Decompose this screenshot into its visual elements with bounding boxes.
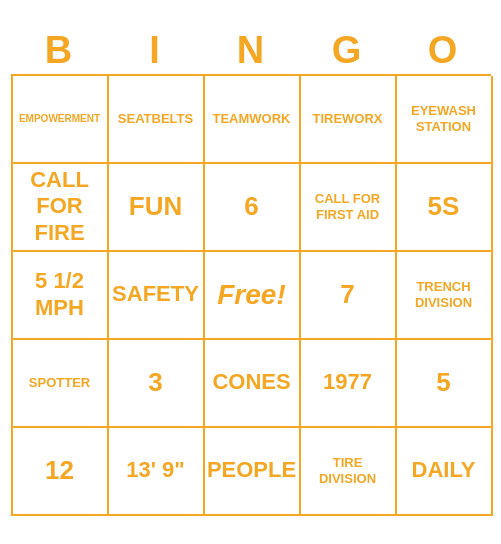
- bingo-cell-18: 1977: [301, 340, 397, 428]
- bingo-cell-8: CALL FOR FIRST AID: [301, 164, 397, 252]
- bingo-header: BINGO: [11, 29, 491, 72]
- bingo-cell-12: Free!: [205, 252, 301, 340]
- cell-text-0: EMPOWERMENT: [19, 113, 100, 125]
- bingo-cell-13: 7: [301, 252, 397, 340]
- bingo-cell-15: SPOTTER: [13, 340, 109, 428]
- cell-text-18: 1977: [323, 369, 372, 395]
- bingo-cell-14: TRENCH DIVISION: [397, 252, 493, 340]
- cell-text-2: TEAMWORK: [213, 111, 291, 127]
- bingo-cell-24: DAILY: [397, 428, 493, 516]
- bingo-letter-G: G: [303, 29, 391, 72]
- cell-text-16: 3: [148, 367, 162, 398]
- cell-text-6: FUN: [129, 191, 182, 222]
- bingo-cell-11: SAFETY: [109, 252, 205, 340]
- bingo-grid: EMPOWERMENTSEATBELTSTEAMWORKTIREWORXEYEW…: [11, 74, 491, 516]
- bingo-cell-9: 5S: [397, 164, 493, 252]
- bingo-cell-10: 5 1/2 MPH: [13, 252, 109, 340]
- cell-text-21: 13' 9": [126, 457, 184, 483]
- bingo-cell-6: FUN: [109, 164, 205, 252]
- cell-text-9: 5S: [428, 191, 460, 222]
- cell-text-11: SAFETY: [112, 281, 199, 307]
- bingo-cell-0: EMPOWERMENT: [13, 76, 109, 164]
- bingo-cell-5: CALL FOR FIRE: [13, 164, 109, 252]
- bingo-letter-B: B: [15, 29, 103, 72]
- cell-text-12: Free!: [217, 278, 285, 312]
- bingo-letter-O: O: [399, 29, 487, 72]
- cell-text-1: SEATBELTS: [118, 111, 193, 127]
- cell-text-4: EYEWASH STATION: [401, 103, 487, 134]
- cell-text-8: CALL FOR FIRST AID: [305, 191, 391, 222]
- bingo-cell-1: SEATBELTS: [109, 76, 205, 164]
- cell-text-24: DAILY: [412, 457, 476, 483]
- bingo-letter-I: I: [111, 29, 199, 72]
- bingo-cell-21: 13' 9": [109, 428, 205, 516]
- bingo-cell-22: PEOPLE: [205, 428, 301, 516]
- cell-text-19: 5: [436, 367, 450, 398]
- cell-text-20: 12: [45, 455, 74, 486]
- bingo-card: BINGO EMPOWERMENTSEATBELTSTEAMWORKTIREWO…: [11, 29, 491, 516]
- bingo-cell-19: 5: [397, 340, 493, 428]
- bingo-cell-17: CONES: [205, 340, 301, 428]
- cell-text-23: TIRE DIVISION: [305, 455, 391, 486]
- bingo-cell-4: EYEWASH STATION: [397, 76, 493, 164]
- cell-text-10: 5 1/2 MPH: [17, 268, 103, 321]
- cell-text-15: SPOTTER: [29, 375, 90, 391]
- cell-text-13: 7: [340, 279, 354, 310]
- cell-text-7: 6: [244, 191, 258, 222]
- cell-text-14: TRENCH DIVISION: [401, 279, 487, 310]
- bingo-cell-20: 12: [13, 428, 109, 516]
- bingo-cell-23: TIRE DIVISION: [301, 428, 397, 516]
- bingo-cell-7: 6: [205, 164, 301, 252]
- cell-text-17: CONES: [212, 369, 290, 395]
- bingo-cell-2: TEAMWORK: [205, 76, 301, 164]
- cell-text-22: PEOPLE: [207, 457, 296, 483]
- cell-text-5: CALL FOR FIRE: [17, 167, 103, 246]
- bingo-cell-16: 3: [109, 340, 205, 428]
- cell-text-3: TIREWORX: [312, 111, 382, 127]
- bingo-cell-3: TIREWORX: [301, 76, 397, 164]
- bingo-letter-N: N: [207, 29, 295, 72]
